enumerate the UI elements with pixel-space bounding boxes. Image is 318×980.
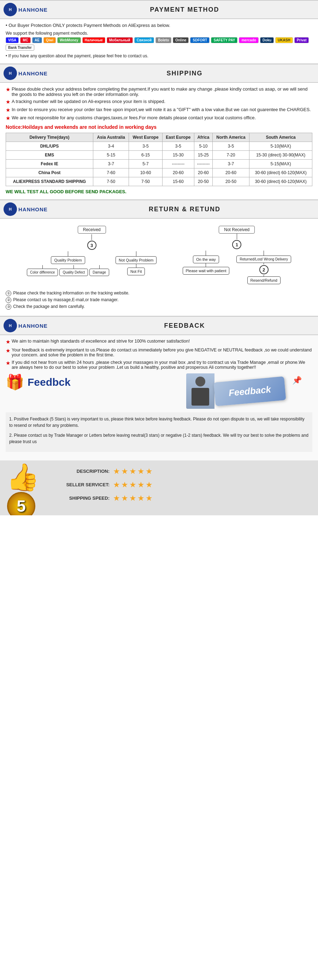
star-d2: ★ <box>121 467 128 476</box>
rating-service: SELLER SERVICET: ★ ★ ★ ★ ★ <box>53 480 318 490</box>
circle-3: 3 <box>87 241 97 250</box>
fb-star-1: ★ <box>6 339 10 345</box>
numbered-items: 1. Positive Feedback (5 Stars) is very i… <box>6 412 312 452</box>
on-the-way-label: On the way <box>196 257 216 261</box>
damage-box: Damage <box>89 269 109 276</box>
feedback-logo-area: H HANHONE <box>3 319 48 332</box>
col-africa: Africa <box>195 133 213 142</box>
fb-note-2-text: Your feedback is extremely important to … <box>12 348 312 358</box>
quality-sub: Color difference Quality Defect <box>27 265 109 276</box>
star-icon-1: ★ <box>6 86 10 93</box>
shipping-brand-name-block: HANHONE <box>18 70 48 76</box>
payment-content: • Our Buyer Protection ONLY protects Pay… <box>0 19 318 64</box>
shipping-brand-logo: H <box>3 67 17 80</box>
shipping-logo-area: H HANHONE <box>3 67 48 80</box>
table-cell: 5-15 <box>93 151 129 160</box>
rating-desc-stars: ★ ★ ★ ★ ★ <box>113 467 153 476</box>
feedback-section: H HANHONE FEEDBACK ★ We aim to maintain … <box>0 316 318 515</box>
star-sh3: ★ <box>129 494 136 503</box>
star-d1: ★ <box>113 467 120 476</box>
logo-h: H <box>9 8 12 12</box>
star-d5: ★ <box>146 467 153 476</box>
please-wait-label: Please wait with patient <box>186 269 226 273</box>
instr-2: ② Please contact us by massage,E-mail,or… <box>6 297 312 303</box>
table-cell: 6-15 <box>129 151 162 160</box>
rating-svc-stars: ★ ★ ★ ★ ★ <box>113 480 153 490</box>
pm-safetypay: SAFETY PAY <box>211 37 237 43</box>
support-text: We support the following payment methods… <box>6 31 312 36</box>
not-fit-label: Not Fit <box>130 269 142 274</box>
fb-note-1: ★ We aim to maintain high standards of e… <box>6 339 312 345</box>
feedbck-title: Feedbck <box>28 376 71 388</box>
on-the-way-box: On the way <box>193 256 219 263</box>
big5-number: 5 <box>17 496 26 515</box>
instr-circle-3: ③ <box>6 304 11 310</box>
color-diff-label: Color difference <box>30 270 55 274</box>
star-d3: ★ <box>129 467 136 476</box>
pm-online: Online <box>173 37 189 43</box>
table-cell: 15-60 <box>162 177 195 186</box>
shipping-note-1-text: Please double check your address before … <box>12 86 312 97</box>
ratings-col: DESCRIPTION: ★ ★ ★ ★ ★ SELLER SERVICET: … <box>46 467 318 507</box>
pm-qiwi: Qiwi <box>43 37 56 43</box>
table-cell: 20-50 <box>195 177 213 186</box>
brand-logo: H <box>3 3 17 16</box>
bullet: • <box>6 23 8 28</box>
fb-star-2: ★ <box>6 348 10 354</box>
color-diff-branch: Color difference <box>27 265 58 276</box>
thumbs-up-icon: 👍 <box>6 464 40 490</box>
table-cell: 20-60 <box>195 169 213 177</box>
pm-doku: Doku <box>260 37 274 43</box>
received-sub-branches: Quality Problem Color difference <box>27 251 157 276</box>
table-cell: 3-7 <box>93 160 129 169</box>
thumbtack-icon: 📌 <box>292 376 302 385</box>
table-cell: 20-50 <box>212 177 250 186</box>
instr-3-text: Check the package and item carefully. <box>13 304 85 309</box>
return-instructions: ① Please check the tracking information … <box>6 291 312 310</box>
shipping-note-1: ★ Please double check your address befor… <box>6 86 312 97</box>
person-silhouette <box>186 373 215 409</box>
test-note: WE WILL TEST ALL GOOD BEFORE SEND PACKAG… <box>6 189 312 194</box>
col-east-europe: East Europe <box>162 133 195 142</box>
table-cell: 3-5 <box>212 142 250 151</box>
damage-label: Damage <box>93 270 106 274</box>
big5-badge: 5 <box>7 492 35 515</box>
star-s3: ★ <box>129 480 136 490</box>
shipping-note-3: ★ In order to ensure you receive your or… <box>6 107 312 113</box>
pm-svyaznoy: Связной <box>134 37 154 43</box>
not-fit-box: Not Fit <box>127 267 145 275</box>
payment-note: • If you have any question about the pay… <box>6 53 312 58</box>
shipping-header: H HANHONE SHIPPING <box>0 64 318 83</box>
feedback-card-text: Feedback <box>228 383 271 398</box>
gift-icon: 🎁 <box>6 373 24 391</box>
star-icon-2: ★ <box>6 99 10 105</box>
feedback-card-area: Feedback 📌 <box>186 373 305 409</box>
fb-star-3: ★ <box>6 360 10 366</box>
buyer-protection-label: Our Buyer Protection ONLY protects Payme… <box>8 23 170 28</box>
return-header: H HANHONE RETURN & RETUND <box>0 200 318 219</box>
feedback-header: H HANHONE FEEDBACK <box>0 316 318 335</box>
received-box: Received <box>78 226 106 234</box>
quality-problem-box: Quality Problem <box>51 256 85 264</box>
return-brand-name: HANHONE <box>18 206 48 212</box>
resend-refund-box: Resend/Refund <box>247 277 280 284</box>
shipping-brand-name: HANHONE <box>18 70 48 76</box>
rating-ship-label: SHIPPING SPEED: <box>53 495 109 501</box>
instr-circle-2: ② <box>6 297 11 303</box>
pm-boleto: Boleto <box>155 37 171 43</box>
shipping-note-2: ★ A tracking number will be updated on A… <box>6 99 312 105</box>
resend-refund-label: Resend/Refund <box>250 278 277 282</box>
fb-note-3-text: If you did not hear from us within 24 ho… <box>12 360 312 370</box>
big5-row: 👍 5 Your Text DESCRIPTION: ★ ★ ★ ★ ★ <box>0 464 318 510</box>
instr-1-text: Please check the tracking information on… <box>13 291 129 296</box>
table-cell: 15-25 <box>195 151 213 160</box>
payment-logo-area: H HANHONE <box>3 3 48 16</box>
pm-mobilniy: Мобильный <box>107 37 133 43</box>
table-cell: 7-20 <box>212 151 250 160</box>
shipping-note-4-text: We are not responsible for any customs c… <box>12 115 256 120</box>
quality-defect-branch: Quality Defect <box>59 265 88 276</box>
returned-label: Returned/Lost/ Wrong Delivery <box>240 257 288 261</box>
table-cell: 5-10 <box>195 142 213 151</box>
not-received-branch: Not Received 1 On the way <box>183 226 291 284</box>
pm-mastercard: MC <box>20 37 31 43</box>
